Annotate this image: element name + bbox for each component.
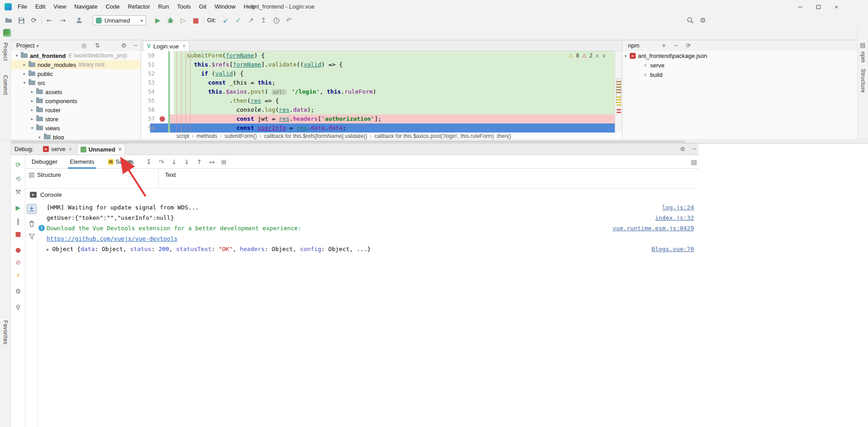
run-configuration-select[interactable]: Unnamed ▾ <box>93 15 146 25</box>
build-button[interactable]: ⚒ <box>11 187 25 197</box>
maximize-button[interactable] <box>809 0 827 14</box>
menu-navigate[interactable]: Navigate <box>70 0 101 14</box>
hide-panel-icon[interactable]: ─ <box>134 40 137 51</box>
source-location-link[interactable]: vue.runtime.esm.js:8429 <box>613 223 694 233</box>
plugin-leaf-icon[interactable] <box>3 29 11 37</box>
toolwindow-favorites-button[interactable]: Favorites <box>2 320 9 345</box>
npm-script-build[interactable]: build <box>623 70 857 80</box>
code-line-51[interactable]: 51 this.$refs[formName].validate((valid)… <box>141 60 622 69</box>
scroll-to-end-button[interactable] <box>27 204 37 214</box>
expand-object-icon[interactable]: ▸ <box>47 244 49 255</box>
debug-session-tab-serve[interactable]: nserve× <box>40 144 75 155</box>
tree-expander-icon[interactable]: ▸ <box>29 90 35 94</box>
menu-view[interactable]: View <box>49 0 70 14</box>
debug-button[interactable] <box>165 15 175 25</box>
editor-tab-login-vue[interactable]: V Login.vue × <box>143 41 189 51</box>
inspections-widget[interactable]: ⚠ 8 ⚠ 2 ∧ ∨ <box>569 52 606 59</box>
tree-expander-icon[interactable]: ▾ <box>14 53 20 58</box>
pane-divider[interactable] <box>158 169 159 189</box>
step-over-icon[interactable]: ↷ <box>156 155 166 169</box>
close-tab-icon[interactable]: × <box>118 146 122 152</box>
update-application-button[interactable]: ⟲ <box>11 174 25 184</box>
mute-breakpoints-button[interactable]: ⊘ <box>11 257 25 267</box>
step-out-icon[interactable]: ↑ <box>194 155 204 169</box>
view-tab-debugger[interactable]: Debugger <box>30 155 59 169</box>
expand-collapse-icon[interactable]: ⇅ <box>95 40 100 51</box>
layout-settings-icon[interactable]: ▤ <box>689 155 699 169</box>
toolwindow-grid-icon[interactable]: ▤ <box>860 42 865 48</box>
pin-button[interactable]: ⚲ <box>11 302 25 312</box>
breakpoint-gutter[interactable] <box>156 78 168 87</box>
git-update-icon[interactable]: ↙ <box>221 15 231 25</box>
tree-expander-icon[interactable]: ▸ <box>21 62 28 67</box>
project-tree-item-ant_frontend[interactable]: ▾ant_frontendE:\work\WebStorm_proj\ <box>11 51 141 60</box>
breadcrumb-item[interactable]: callback for this.$axios.post('/login', … <box>374 133 511 139</box>
user-icon[interactable] <box>74 15 84 25</box>
toolwindow-structure-button[interactable]: Structure <box>860 69 866 93</box>
code-line-55[interactable]: 55 .then(res => { <box>141 96 622 105</box>
npm-root-item[interactable]: ▾nant_frontend\package.json <box>623 51 857 61</box>
code-line-56[interactable]: 56 console.log(res.data); <box>141 105 622 114</box>
run-to-cursor-icon[interactable]: ↦ <box>207 155 217 169</box>
tree-expander-icon[interactable]: ▾ <box>29 126 35 130</box>
tree-expander-icon[interactable]: ▾ <box>21 81 28 85</box>
debug-session-tab-unnamed[interactable]: Unnamed× <box>77 144 125 155</box>
menu-git[interactable]: Git <box>195 0 211 14</box>
toolwindow-project-button[interactable]: Project <box>2 43 9 61</box>
toolwindow-commit-button[interactable]: Commit <box>2 75 9 95</box>
close-button[interactable]: × <box>827 0 845 14</box>
clear-console-button[interactable] <box>27 219 37 229</box>
project-tree-item-components[interactable]: ▸components <box>11 96 141 105</box>
source-location-link[interactable]: index.js:32 <box>655 213 694 223</box>
breakpoint-gutter[interactable] <box>156 105 168 114</box>
view-tab-scripts[interactable]: JSScripts <box>106 155 136 169</box>
editor-horizontal-scrollbar[interactable] <box>0 139 868 143</box>
next-issue-icon[interactable]: ∨ <box>602 52 606 59</box>
line-number[interactable]: 56 <box>141 105 156 114</box>
code-viewport[interactable]: 50 submitForm(formName) {51 this.$refs[f… <box>141 51 622 133</box>
line-number[interactable]: 54 <box>141 87 156 96</box>
code-line-57[interactable]: 57 const jwt = res.headers['authorizatio… <box>141 114 622 123</box>
project-tree-item-node_modules[interactable]: ▸node_moduleslibrary root <box>11 60 141 69</box>
scrollbar-thumb[interactable] <box>11 141 685 142</box>
git-fetch-icon[interactable]: ↥ <box>259 15 269 25</box>
git-push-icon[interactable]: ↗ <box>246 15 256 25</box>
minimize-button[interactable] <box>791 0 809 14</box>
resume-button[interactable]: ▶ <box>11 203 25 213</box>
toolwindow-npm-button[interactable]: npm <box>860 52 866 63</box>
settings-gear-icon[interactable]: ⚙ <box>698 15 708 25</box>
prev-issue-icon[interactable]: ∧ <box>595 52 599 59</box>
project-tree-item-public[interactable]: ▸public <box>11 69 141 78</box>
menu-code[interactable]: Code <box>102 0 124 14</box>
locate-file-icon[interactable]: ◎ <box>81 40 86 51</box>
menu-edit[interactable]: Edit <box>31 0 49 14</box>
settings-button[interactable]: ⚙ <box>11 286 25 296</box>
history-clock-icon[interactable] <box>271 15 281 25</box>
project-panel-title[interactable]: Project <box>16 42 34 49</box>
rollback-icon[interactable]: ↶ <box>284 15 294 25</box>
run-button[interactable]: ▶ <box>153 15 163 25</box>
debug-settings-gear-icon[interactable]: ⚙ <box>680 143 685 155</box>
code-line-58[interactable]: 58 const userInfo = res.data.data; <box>141 123 622 133</box>
view-tab-elements[interactable]: Elements <box>68 155 96 169</box>
menu-run[interactable]: Run <box>154 0 173 14</box>
code-line-52[interactable]: 52 if (valid) { <box>141 69 622 78</box>
project-tree-item-store[interactable]: ▸store <box>11 114 141 123</box>
stop-button[interactable]: ■ <box>11 229 25 239</box>
project-tree-item-blog[interactable]: ▸blog <box>11 133 141 139</box>
tree-expander-icon[interactable]: ▾ <box>623 54 629 58</box>
hide-debug-panel-icon[interactable]: ─ <box>693 143 696 155</box>
breadcrumb-item[interactable]: callback for this.$refs[formName].valida… <box>264 133 367 139</box>
pause-button[interactable]: ‖ <box>11 216 25 226</box>
menu-refactor[interactable]: Refactor <box>124 0 154 14</box>
code-line-53[interactable]: 53 const _this = this; <box>141 78 622 87</box>
menu-window[interactable]: Window <box>211 0 240 14</box>
tree-expander-icon[interactable]: ▸ <box>21 71 28 76</box>
project-tree-item-assets[interactable]: ▸assets <box>11 87 141 96</box>
source-location-link[interactable]: Blogs.vue:70 <box>651 244 694 254</box>
force-step-into-icon[interactable]: ⇓ <box>182 155 192 169</box>
open-folder-icon[interactable] <box>4 15 14 25</box>
line-number[interactable]: 52 <box>141 69 156 78</box>
line-number[interactable]: 55 <box>141 96 156 105</box>
git-commit-icon[interactable]: ✓ <box>233 15 243 25</box>
